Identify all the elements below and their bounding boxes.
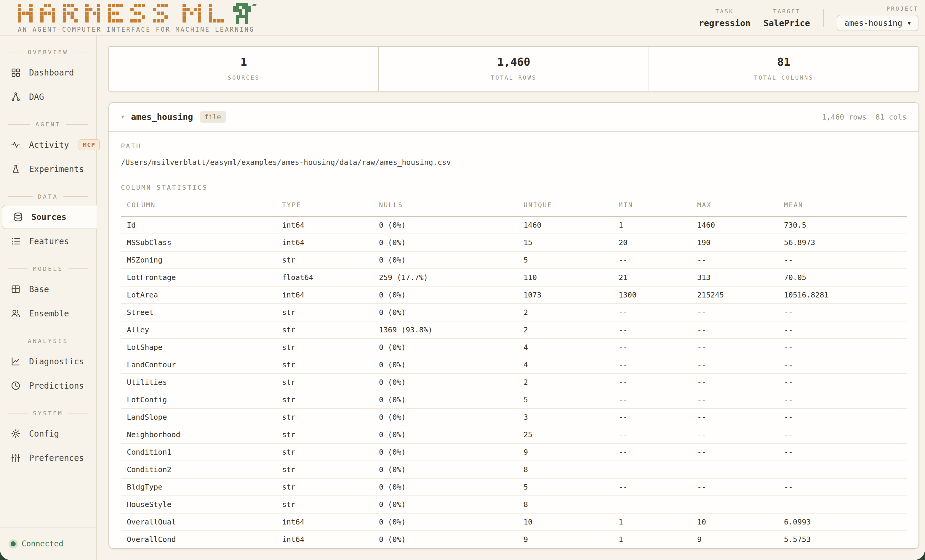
- table-cell: str: [276, 321, 373, 339]
- table-cell: 0 (0%): [373, 251, 518, 269]
- table-cell: str: [276, 391, 373, 408]
- sidebar-item-label: Config: [29, 429, 59, 438]
- table-cell: --: [778, 251, 907, 269]
- table-cell: --: [613, 408, 691, 426]
- column-header-column: COLUMN: [121, 197, 276, 216]
- logo-letter: [18, 4, 33, 23]
- sidebar-item-experiments[interactable]: Experiments: [0, 157, 96, 181]
- table-cell: --: [778, 408, 907, 426]
- table-cell: LotConfig: [121, 391, 276, 408]
- logo-letter: [40, 4, 56, 23]
- chart-line-icon: [11, 356, 21, 366]
- column-statistics-table: COLUMNTYPENULLSUNIQUEMINMAXMEAN Idint640…: [121, 197, 907, 548]
- section-label: DATA: [38, 193, 58, 200]
- column-header-min: MIN: [613, 197, 691, 216]
- project-dropdown[interactable]: ames-housing ▼: [837, 15, 919, 31]
- table-header-row: COLUMNTYPENULLSUNIQUEMINMAXMEAN: [121, 197, 907, 216]
- table-row: Utilitiesstr0 (0%)2------: [121, 374, 907, 391]
- table-row: HouseStylestr0 (0%)8------: [121, 496, 907, 513]
- sidebar-item-dashboard[interactable]: Dashboard: [0, 60, 96, 85]
- table-cell: --: [691, 443, 778, 461]
- table-cell: 0 (0%): [373, 496, 518, 513]
- table-row: OverallQualint640 (0%)101106.0993: [121, 513, 907, 531]
- sidebar-item-label: Experiments: [29, 164, 84, 174]
- logo-mark-icon: [233, 3, 251, 24]
- stat-card-total-columns: 81TOTAL COLUMNS: [649, 47, 919, 91]
- sidebar-item-label: Diagnostics: [29, 357, 84, 366]
- sidebar-item-label: Activity: [29, 140, 69, 150]
- table-cell: 9: [691, 531, 778, 548]
- source-panel-header[interactable]: ▾ ames_housing file 1,460 rows 81 cols: [109, 103, 919, 132]
- column-header-type: TYPE: [276, 197, 373, 216]
- table-cell: 190: [691, 234, 778, 251]
- collapse-triangle-icon[interactable]: ▾: [121, 113, 124, 120]
- sidebar-item-ensemble[interactable]: Ensemble: [0, 301, 96, 326]
- path-label: PATH: [121, 143, 907, 150]
- table-cell: 10516.8281: [778, 286, 907, 304]
- sidebar-item-base[interactable]: Base: [0, 277, 96, 301]
- table-cell: --: [778, 374, 907, 391]
- project-dropdown-value: ames-housing: [844, 18, 902, 27]
- table-cell: HouseStyle: [121, 496, 276, 513]
- sidebar-item-predictions[interactable]: Predictions: [0, 374, 96, 398]
- stat-card-sources: 1SOURCES: [109, 47, 378, 91]
- table-cell: --: [691, 426, 778, 443]
- section-label: AGENT: [35, 121, 60, 128]
- sidebar-item-diagnostics[interactable]: Diagnostics: [0, 349, 96, 374]
- table-cell: 3: [518, 408, 613, 426]
- table-cell: 1460: [518, 216, 613, 234]
- target-value: SalePrice: [764, 18, 810, 28]
- logo-tick-icon: [252, 4, 256, 6]
- table-cell: LandSlope: [121, 408, 276, 426]
- table-cell: int64: [276, 513, 373, 531]
- section-divider: [74, 341, 88, 341]
- task-value: regression: [699, 18, 750, 28]
- table-cell: str: [276, 304, 373, 321]
- section-divider: [68, 413, 88, 413]
- connection-status-label: Connected: [22, 539, 63, 548]
- table-cell: 1369 (93.8%): [373, 321, 518, 339]
- table-cell: 0 (0%): [373, 391, 518, 408]
- table-cell: 8: [518, 496, 613, 513]
- table-cell: 21: [613, 269, 691, 286]
- stat-value: 81: [649, 56, 919, 68]
- sidebar-section-system: SYSTEM: [8, 410, 88, 417]
- table-cell: MSSubClass: [121, 234, 276, 251]
- sidebar-item-sources[interactable]: Sources: [2, 205, 96, 229]
- table-cell: --: [691, 356, 778, 374]
- logo-letter: [209, 4, 224, 23]
- table-cell: int64: [276, 216, 373, 234]
- table-cell: 70.05: [778, 269, 907, 286]
- sidebar-section-data: DATA: [8, 193, 88, 200]
- column-statistics-label: COLUMN STATISTICS: [121, 184, 907, 191]
- app-header: AN AGENT-COMPUTER INTERFACE FOR MACHINE …: [0, 0, 925, 36]
- chevron-down-icon: ▼: [907, 20, 911, 26]
- table-cell: --: [691, 408, 778, 426]
- table-cell: --: [778, 339, 907, 356]
- task-indicator: TASK regression: [699, 8, 750, 28]
- section-divider: [8, 52, 23, 53]
- sidebar-item-features[interactable]: Features: [0, 229, 96, 253]
- table-cell: --: [613, 478, 691, 496]
- table-cell: 10: [518, 513, 613, 531]
- table-cell: --: [613, 391, 691, 408]
- sidebar-item-label: Base: [29, 284, 49, 294]
- sliders-icon: [11, 453, 21, 463]
- sidebar-item-preferences[interactable]: Preferences: [0, 446, 96, 470]
- table-cell: str: [276, 251, 373, 269]
- table-row: LotAreaint640 (0%)1073130021524510516.82…: [121, 286, 907, 304]
- table-cell: Utilities: [121, 374, 276, 391]
- table-cell: 0 (0%): [373, 286, 518, 304]
- sidebar-item-dag[interactable]: DAG: [0, 85, 96, 109]
- harness-ml-logo: [18, 4, 256, 23]
- logo-letter: [85, 4, 101, 23]
- brand: AN AGENT-COMPUTER INTERFACE FOR MACHINE …: [18, 2, 256, 33]
- sidebar-item-activity[interactable]: ActivityMCP: [0, 133, 96, 157]
- section-label: OVERVIEW: [28, 48, 68, 56]
- table-cell: str: [276, 339, 373, 356]
- list-icon: [11, 236, 21, 246]
- table-cell: LotShape: [121, 339, 276, 356]
- table-cell: str: [276, 461, 373, 478]
- sidebar-item-label: Sources: [32, 212, 66, 222]
- sidebar-item-config[interactable]: Config: [0, 422, 96, 446]
